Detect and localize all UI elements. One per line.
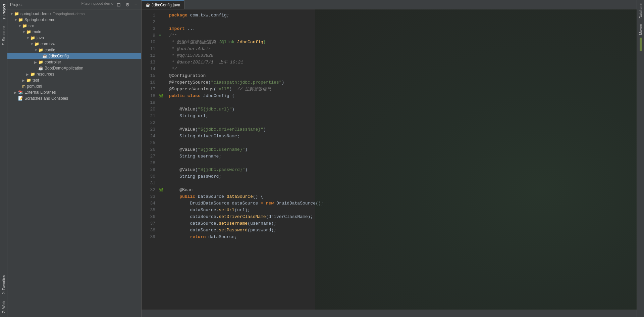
sidebar-title: Project <box>10 2 81 7</box>
arrow-com-txw: ▼ <box>30 42 34 46</box>
code-line-30: String password; <box>169 173 633 180</box>
code-line-17: @SuppressWarnings("all") // 注解警告信息 <box>169 86 633 93</box>
tree-item-java[interactable]: ▼ 📁 java <box>7 35 141 41</box>
code-line-27: String username; <box>169 153 633 160</box>
code-line-10: * 数据库连接池配置类 {@link JdbcConfig} <box>169 39 633 46</box>
icon-main: 📁 <box>26 30 31 34</box>
main-container: Project F:\springboot-demo ⊟ ⚙ − ▼ 📁 spr… <box>7 0 644 317</box>
code-line-14: */ <box>169 66 633 73</box>
code-line-20: @Value("${jdbc.url}") <box>169 106 633 113</box>
sidebar-toolbar: F:\springboot-demo ⊟ ⚙ − <box>81 1 139 8</box>
label-scratches: Scratches and Consoles <box>24 96 68 101</box>
arrow-ext-libs: ▶ <box>14 91 17 94</box>
code-editor[interactable]: 1 2 3 9 10 11 12 13 14 15 16 17 18 19 20… <box>142 9 637 310</box>
tree-item-scratches[interactable]: 📝 Scratches and Consoles <box>7 95 141 101</box>
code-line-13: * @date:2021/7/1 上午 10:21 <box>169 59 633 66</box>
label-springboot-demo: Springboot-demo <box>24 17 55 22</box>
icon-ext-libs: 📚 <box>18 90 23 95</box>
tab-label-jdbcconfig: JdbcConfig.java <box>152 3 180 7</box>
code-line-26: @Value("${jdbc.username}") <box>169 146 633 153</box>
settings-button[interactable]: ⚙ <box>124 1 131 8</box>
tree-item-test[interactable]: ▶ 📁 test <box>7 77 141 83</box>
tree-item-com-txw[interactable]: ▼ 📁 com.txw <box>7 41 141 47</box>
code-line-36: dataSource.setDriverClassName(driverClas… <box>169 214 633 220</box>
arrow-jdbcconfig <box>38 54 42 58</box>
tab-project[interactable]: 1: Project <box>1 1 7 22</box>
tree-item-main[interactable]: ▼ 📁 main <box>7 29 141 35</box>
sidebar-path: F:\springboot-demo <box>81 1 113 8</box>
arrow-src: ▼ <box>18 24 21 28</box>
tab-database[interactable]: Database <box>638 0 643 21</box>
arrow-test: ▶ <box>22 79 25 82</box>
tree-item-resources[interactable]: ▶ 📁 resources <box>7 71 141 77</box>
icon-springboot-demo: 📁 <box>18 17 23 22</box>
label-controller: controller <box>45 60 61 64</box>
scrollbar-thumb[interactable] <box>640 38 642 51</box>
code-content[interactable]: package com.txw.config; import ... /** *… <box>165 9 637 310</box>
tree-item-springboot-demo[interactable]: ▼ 📁 Springboot-demo <box>7 17 141 23</box>
code-line-2 <box>169 19 633 26</box>
tab-structure[interactable]: Z: Structure <box>1 24 6 48</box>
code-line-34: DruidDataSource dataSource = new DruidDa… <box>169 200 633 207</box>
gutter: ≡ 🌿 <box>158 9 165 310</box>
arrow-pom <box>18 85 21 88</box>
status-bar <box>142 310 637 317</box>
label-bootdemo: BootDemoApplication <box>45 66 83 71</box>
code-line-11: * @author:Adair <box>169 46 633 52</box>
arrow-scratches <box>14 97 17 100</box>
tab-web[interactable]: Z: Web <box>1 299 6 316</box>
tree-item-src[interactable]: ▼ 📁 src <box>7 23 141 29</box>
path-springboot-demo-root: F:\springboot-demo <box>53 12 85 16</box>
close-button[interactable]: − <box>133 1 139 8</box>
icon-resources: 📁 <box>30 72 35 77</box>
code-line-35: dataSource.setUrl(url); <box>169 207 633 214</box>
code-line-23: @Value("${jdbc.driverClassName}") <box>169 126 633 133</box>
icon-jdbcconfig: ☕ <box>42 54 47 58</box>
tree-item-config[interactable]: ▼ 📁 config <box>7 47 141 53</box>
sidebar-header: Project F:\springboot-demo ⊟ ⚙ − <box>7 0 141 9</box>
arrow-springboot-demo-root: ▼ <box>10 12 13 16</box>
tree-item-jdbcconfig[interactable]: ☕ JdbcConfig <box>7 53 141 59</box>
tree-item-controller[interactable]: ▶ 📁 controller <box>7 59 141 65</box>
label-test: test <box>33 78 39 83</box>
icon-pom: m <box>22 84 25 89</box>
icon-test: 📁 <box>26 78 31 83</box>
code-line-21: String url; <box>169 113 633 120</box>
tree-item-springboot-demo-root[interactable]: ▼ 📁 springboot-demo F:\springboot-demo <box>7 11 141 17</box>
tab-favorites[interactable]: 2: Favorites <box>1 272 6 297</box>
right-panel: Database Maven <box>637 0 644 317</box>
collapse-all-button[interactable]: ⊟ <box>115 1 122 8</box>
tree-item-pom[interactable]: m pom.xml <box>7 83 141 89</box>
arrow-config: ▼ <box>34 48 38 52</box>
code-line-38: dataSource.setPassword(password); <box>169 227 633 234</box>
tab-jdbcconfig[interactable]: ☕ JdbcConfig.java <box>142 0 184 9</box>
code-line-18: public class JdbcConfig { <box>169 93 633 99</box>
code-line-31 <box>169 180 633 187</box>
arrow-bootdemo <box>34 66 38 70</box>
code-line-25 <box>169 140 633 146</box>
tree-item-ext-libs[interactable]: ▶ 📚 External Libraries <box>7 89 141 95</box>
label-resources: resources <box>37 72 54 77</box>
arrow-springboot-demo: ▼ <box>14 18 17 22</box>
label-ext-libs: External Libraries <box>24 90 56 95</box>
code-line-22 <box>169 120 633 126</box>
code-line-28 <box>169 160 633 167</box>
code-line-3: import ... <box>169 26 633 32</box>
arrow-resources: ▶ <box>26 73 30 76</box>
tab-maven[interactable]: Maven <box>638 21 643 38</box>
main-editor: ☕ JdbcConfig.java 1 2 3 9 10 11 12 13 14… <box>142 0 637 317</box>
scrollbar-right[interactable] <box>640 38 642 317</box>
label-pom: pom.xml <box>27 84 42 89</box>
code-line-33: public DataSource dataSource() { <box>169 193 633 200</box>
code-line-9: /** <box>169 32 633 39</box>
icon-config: 📁 <box>38 48 43 52</box>
tree-item-bootdemo[interactable]: ☕ BootDemoApplication <box>7 65 141 71</box>
icon-bootdemo: ☕ <box>38 66 43 71</box>
project-sidebar: Project F:\springboot-demo ⊟ ⚙ − ▼ 📁 spr… <box>7 0 142 317</box>
arrow-java: ▼ <box>26 36 30 40</box>
code-line-39: return dataSource; <box>169 234 633 240</box>
code-line-37: dataSource.setUsername(username); <box>169 220 633 227</box>
code-line-32: @Bean <box>169 187 633 193</box>
code-line-24: String driverClassName; <box>169 133 633 140</box>
label-main: main <box>33 30 41 34</box>
